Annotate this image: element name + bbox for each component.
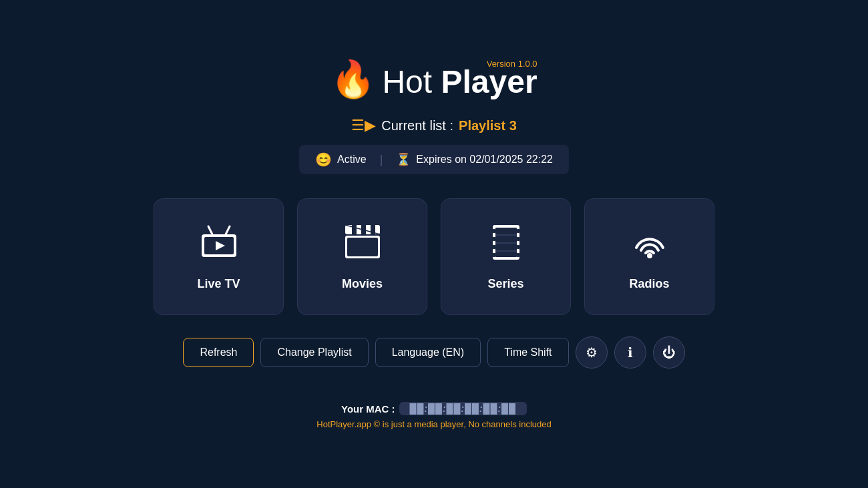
svg-rect-16: [493, 245, 495, 249]
svg-rect-21: [517, 253, 519, 257]
power-icon: ⏻: [662, 345, 676, 360]
mac-line: Your MAC : ██:██:██:██:██:██: [341, 402, 527, 415]
app-name-light: Hot: [382, 64, 441, 99]
footer: Your MAC : ██:██:██:██:██:██ HotPlayer.a…: [316, 402, 551, 429]
footer-note: HotPlayer.app © is just a media player, …: [316, 419, 551, 429]
hourglass-icon: ⏳: [396, 152, 411, 167]
logo-text-wrap: Version 1.0.0 Hot Player: [382, 59, 537, 98]
info-button[interactable]: ℹ: [614, 336, 646, 369]
active-icon: 😊: [315, 152, 332, 168]
svg-rect-19: [517, 237, 519, 241]
svg-line-3: [226, 226, 230, 234]
movies-label: Movies: [342, 277, 383, 291]
mac-label: Your MAC :: [341, 403, 395, 415]
svg-line-2: [208, 226, 212, 234]
tv-icon: [199, 222, 239, 268]
svg-rect-22: [495, 234, 517, 236]
status-active: 😊 Active: [315, 152, 367, 168]
svg-rect-17: [493, 253, 495, 257]
movies-button[interactable]: Movies: [297, 198, 427, 315]
active-label: Active: [337, 154, 367, 166]
settings-icon: ⚙: [586, 344, 598, 360]
bottom-buttons: Refresh Change Playlist Language (EN) Ti…: [183, 336, 684, 369]
radio-icon: [630, 222, 670, 268]
svg-rect-14: [493, 229, 495, 233]
status-expires: ⏳ Expires on 02/01/2025 22:22: [396, 152, 553, 167]
language-button[interactable]: Language (EN): [375, 338, 481, 367]
movie-icon: [343, 222, 383, 268]
refresh-button[interactable]: Refresh: [183, 338, 254, 367]
app-title: Hot Player: [382, 66, 537, 98]
info-icon: ℹ: [628, 344, 633, 360]
main-grid: Live TV Movies: [154, 198, 714, 315]
svg-rect-18: [517, 229, 519, 233]
series-icon: [486, 222, 526, 268]
status-bar: 😊 Active | ⏳ Expires on 02/01/2025 22:22: [299, 145, 569, 174]
live-tv-button[interactable]: Live TV: [154, 198, 284, 315]
flame-icon: 🔥: [331, 61, 375, 97]
svg-point-25: [647, 253, 652, 258]
list-icon: ☰▶: [351, 117, 376, 134]
app-name-bold: Player: [441, 64, 537, 99]
change-playlist-button[interactable]: Change Playlist: [260, 338, 368, 367]
logo-area: 🔥 Version 1.0.0 Hot Player: [331, 59, 537, 98]
svg-rect-11: [347, 238, 378, 256]
svg-rect-6: [352, 225, 357, 234]
status-divider: |: [380, 153, 383, 167]
expires-label: Expires on 02/01/2025 22:22: [416, 154, 553, 166]
current-list: ☰▶ Current list : Playlist 3: [351, 117, 517, 134]
radios-label: Radios: [629, 277, 669, 291]
power-button[interactable]: ⏻: [653, 336, 685, 369]
svg-rect-15: [493, 237, 495, 241]
list-label: Current list :: [381, 118, 453, 134]
live-tv-label: Live TV: [197, 277, 240, 291]
series-label: Series: [487, 277, 523, 291]
svg-rect-20: [517, 245, 519, 249]
svg-rect-23: [495, 242, 517, 244]
series-button[interactable]: Series: [441, 198, 571, 315]
mac-value: ██:██:██:██:██:██: [399, 402, 527, 415]
svg-rect-24: [495, 250, 517, 252]
radios-button[interactable]: Radios: [584, 198, 714, 315]
time-shift-button[interactable]: Time Shift: [487, 338, 568, 367]
settings-button[interactable]: ⚙: [576, 336, 608, 369]
playlist-name: Playlist 3: [459, 118, 517, 134]
